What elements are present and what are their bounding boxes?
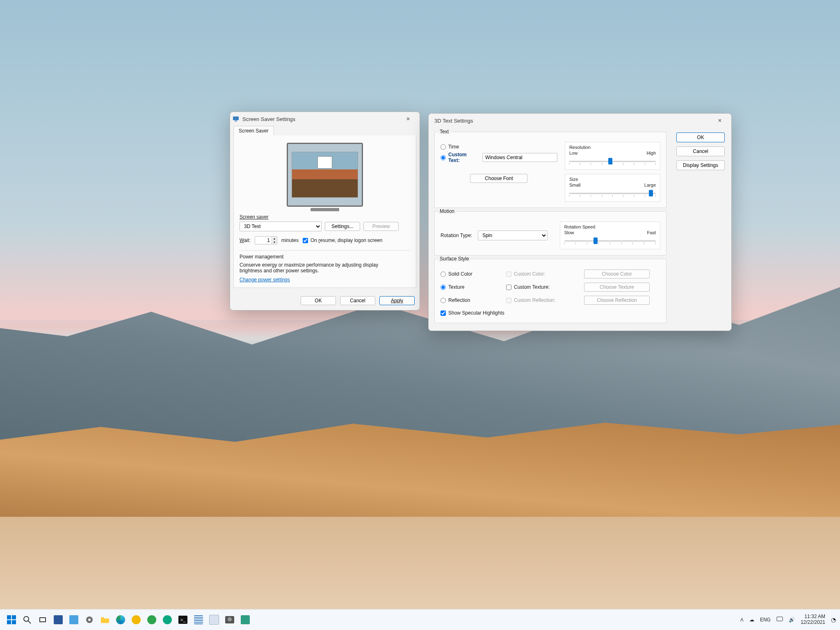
tray-volume-icon[interactable]: 🔊 [789,617,795,623]
tray-chevron[interactable]: ᐱ [740,617,744,623]
screensaver-settings-button[interactable]: Settings... [325,222,360,231]
screen-saver-select[interactable]: 3D Text [240,221,322,231]
taskbar-app-9[interactable] [239,613,252,626]
taskbar-app-7[interactable] [208,613,221,626]
resolution-slider[interactable] [569,158,656,165]
search-icon [23,616,31,624]
titlebar[interactable]: 3D Text Settings ✕ [429,114,731,128]
choose-texture-button: Choose Texture [584,283,650,292]
app-icon [194,615,203,624]
tray-network-icon[interactable] [776,616,783,623]
app-icon [163,615,172,624]
texture-radio[interactable]: Texture [441,284,506,290]
solid-color-radio[interactable]: Solid Color [441,271,506,277]
taskbar-app-4[interactable] [145,613,158,626]
camera-icon [225,616,234,623]
wait-row: Wait: ▲▼ minutes On resume, display logo… [240,236,410,244]
close-button[interactable]: ✕ [711,114,729,127]
wait-spinner[interactable]: ▲▼ [255,236,277,244]
svg-point-11 [88,619,91,621]
preview-button[interactable]: Preview [363,222,399,231]
taskbar-app-6[interactable] [192,613,205,626]
display-settings-button[interactable]: Display Settings [676,160,725,170]
screen-saver-label: Screen saver [240,214,269,220]
tab-panel: Screen saver 3D Text Settings... Preview… [233,135,416,288]
on-resume-input[interactable] [303,238,308,243]
tray-time: 11:32 AM [801,614,825,620]
ok-button[interactable]: OK [301,296,336,305]
rotation-speed-slider[interactable] [564,237,656,245]
tray-language[interactable]: ENG [760,617,771,623]
custom-texture-checkbox[interactable]: Custom Texture: [506,284,584,290]
resolution-thumb[interactable] [608,158,612,164]
custom-text-radio[interactable]: Custom Text: [441,152,557,163]
app-icon [241,615,250,624]
tab-screen-saver[interactable]: Screen Saver [233,126,274,135]
taskbar-app-5[interactable] [161,613,174,626]
cancel-button[interactable]: Cancel [676,146,725,156]
wait-spin-buttons[interactable]: ▲▼ [272,237,277,244]
taskbar-app-2[interactable] [67,613,80,626]
taskbar[interactable]: >_ ᐱ ☁ ENG 🔊 11:32 AM 12/22/2021 ◔ [0,609,840,630]
taskbar-app-1[interactable] [52,613,65,626]
taskbar-settings[interactable] [83,613,96,626]
gear-icon [85,615,94,624]
svg-rect-5 [12,620,16,624]
size-label: Size [569,177,656,182]
start-button[interactable] [5,613,18,626]
custom-text-label: Custom Text: [448,152,477,163]
wait-input[interactable] [255,237,272,244]
wait-label: Wait: [240,237,251,243]
change-power-settings-link[interactable]: Change power settings [240,277,290,283]
screen-saver-settings-window: Screen Saver Settings ✕ Screen Saver Scr… [230,112,420,310]
time-radio[interactable]: Time [441,144,557,150]
display-icon [233,116,239,122]
motion-group-label: Motion [438,208,456,214]
svg-rect-1 [235,121,237,121]
taskbar-explorer[interactable] [98,613,112,626]
choose-font-button[interactable]: Choose Font [470,174,527,183]
taskbar-terminal[interactable]: >_ [176,613,189,626]
screen-saver-row: 3D Text Settings... Preview [240,221,410,231]
wallpaper-sand [0,517,840,615]
taskbar-app-8[interactable] [223,613,236,626]
desktop: Screen Saver Settings ✕ Screen Saver Scr… [0,0,840,630]
tray-onedrive-icon[interactable]: ☁ [749,617,754,623]
time-label: Time [448,144,459,150]
custom-text-input[interactable] [482,153,557,162]
tray-clock[interactable]: 11:32 AM 12/22/2021 [801,614,825,625]
size-slider-box: Size SmallLarge [565,174,660,202]
reflection-radio[interactable]: Reflection [441,297,506,303]
apply-button[interactable]: Apply [379,296,415,305]
svg-rect-9 [40,618,45,621]
tray-notifications-icon[interactable]: ◔ [831,616,836,623]
tabstrip: Screen Saver [233,126,416,135]
titlebar[interactable]: Screen Saver Settings ✕ [230,112,420,126]
taskbar-app-3[interactable] [130,613,143,626]
on-resume-checkbox[interactable]: On resume, display logon screen [303,237,382,243]
preview-monitor [287,143,363,207]
app-icon [147,615,156,624]
resolution-slider-box: Resolution LowHigh [565,142,660,170]
specular-checkbox[interactable]: Show Specular Highlights [441,310,504,316]
ok-button[interactable]: OK [676,132,725,142]
window-title: 3D Text Settings [431,118,711,124]
close-button[interactable]: ✕ [399,113,417,125]
svg-point-6 [24,616,29,621]
rotation-speed-thumb[interactable] [593,237,598,244]
cancel-button[interactable]: Cancel [340,296,375,305]
right-button-column: OK Cancel Display Settings [676,132,725,170]
search-button[interactable] [21,613,34,626]
app-icon [54,615,63,624]
custom-color-checkbox: Custom Color: [506,271,584,277]
svg-rect-4 [7,620,11,624]
wallpaper-grass [0,418,840,525]
size-slider[interactable] [569,190,656,197]
motion-group: Motion Rotation Type: Spin Rotation Spee… [434,211,667,256]
preview-mini-dialog [317,156,332,169]
size-thumb[interactable] [649,190,653,196]
choose-reflection-button: Choose Reflection [584,296,650,305]
task-view-button[interactable] [36,613,49,626]
rotation-type-select[interactable]: Spin [478,231,548,240]
taskbar-edge[interactable] [114,613,127,626]
